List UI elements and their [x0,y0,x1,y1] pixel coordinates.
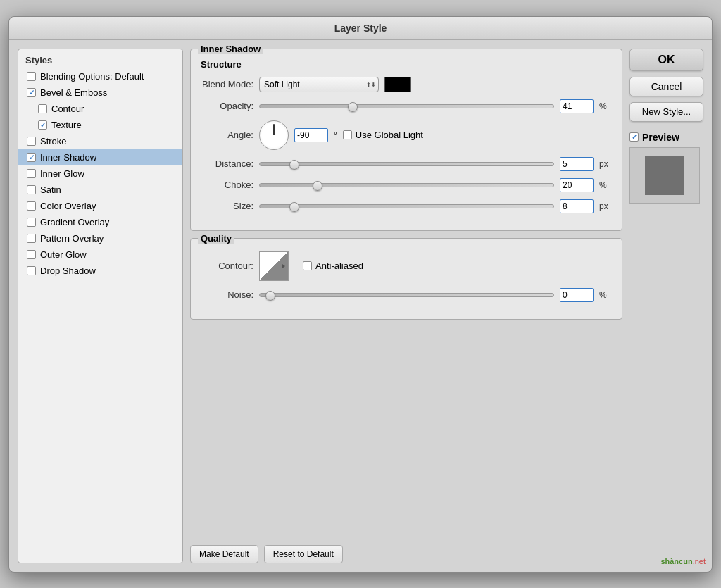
checkbox-inner-shadow[interactable] [27,153,36,162]
sidebar-label-inner-shadow: Inner Shadow [40,152,96,163]
anti-aliased-label: Anti-aliased [315,261,363,271]
blend-mode-select[interactable]: NormalDissolveDarkenMultiplyColor BurnLi… [259,77,379,92]
structure-label: Structure [201,59,612,70]
size-input[interactable] [560,199,594,213]
noise-label: Noise: [201,289,253,300]
checkbox-satin[interactable] [27,185,36,194]
angle-input[interactable] [294,128,328,142]
size-row: Size: px [201,199,612,213]
size-thumb[interactable] [289,202,299,212]
opacity-unit: % [599,101,612,111]
blend-color-swatch[interactable] [384,77,411,92]
sidebar-item-drop-shadow[interactable]: Drop Shadow [18,263,182,279]
distance-unit: px [599,159,612,169]
angle-dial[interactable] [259,120,289,150]
choke-input[interactable] [560,178,594,192]
contour-thumbnail[interactable] [259,251,289,281]
sidebar-item-gradient-overlay[interactable]: Gradient Overlay [18,214,182,230]
preview-label-row: Preview [629,132,703,143]
right-panel: OK Cancel New Style... Preview [629,49,703,563]
checkbox-blending-options[interactable] [27,72,36,81]
sidebar-item-blending-options[interactable]: Blending Options: Default [18,68,182,85]
sidebar-item-color-overlay[interactable]: Color Overlay [18,198,182,214]
angle-row: Angle: ° Use Global Light [201,120,612,150]
sidebar-item-bevel-emboss[interactable]: Bevel & Emboss [18,85,182,101]
sidebar-item-inner-glow[interactable]: Inner Glow [18,165,182,182]
sidebar-list: Blending Options: DefaultBevel & EmbossC… [18,68,182,279]
distance-slider[interactable] [259,158,554,170]
checkbox-drop-shadow[interactable] [27,266,36,275]
distance-input[interactable] [560,157,594,171]
checkbox-color-overlay[interactable] [27,201,36,211]
noise-thumb[interactable] [265,291,275,301]
choke-label: Choke: [201,180,253,190]
checkbox-inner-glow[interactable] [27,169,36,178]
choke-slider[interactable] [259,180,554,191]
sidebar-label-outer-glow: Outer Glow [40,249,87,260]
checkbox-texture[interactable] [38,120,47,130]
choke-row: Choke: % [201,178,612,192]
sidebar-item-stroke[interactable]: Stroke [18,133,182,149]
anti-aliased-checkbox[interactable] [303,261,312,270]
sidebar-label-stroke: Stroke [40,136,67,146]
checkbox-contour[interactable] [38,104,47,113]
opacity-input[interactable] [560,99,594,113]
watermark-part2: .net [693,557,706,565]
blend-mode-wrapper[interactable]: NormalDissolveDarkenMultiplyColor BurnLi… [259,77,379,92]
main-content: Inner Shadow Structure Blend Mode: Norma… [190,49,622,563]
make-default-button[interactable]: Make Default [190,545,258,563]
choke-thumb[interactable] [313,181,322,191]
sidebar-item-satin[interactable]: Satin [18,182,182,198]
checkbox-stroke[interactable] [27,137,36,146]
noise-track [259,293,554,297]
sidebar-label-texture: Texture [51,120,82,130]
size-label: Size: [201,201,253,211]
reset-to-default-button[interactable]: Reset to Default [264,545,343,563]
checkbox-outer-glow[interactable] [27,250,36,259]
inner-shadow-section: Inner Shadow Structure Blend Mode: Norma… [190,49,622,231]
sidebar-item-contour[interactable]: Contour [18,101,182,117]
new-style-button[interactable]: New Style... [629,102,703,122]
opacity-slider[interactable] [259,101,554,112]
size-track [259,204,554,208]
angle-controls: ° Use Global Light [259,120,423,150]
noise-row: Noise: % [201,288,612,302]
quality-label: Quality [198,233,234,244]
sidebar-label-contour: Contour [51,104,84,114]
checkbox-gradient-overlay[interactable] [27,218,36,227]
opacity-row: Opacity: % [201,99,612,113]
preview-section: Preview [629,132,703,204]
distance-track [259,162,554,166]
checkbox-pattern-overlay[interactable] [27,234,36,243]
cancel-button[interactable]: Cancel [629,77,703,96]
sidebar-item-pattern-overlay[interactable]: Pattern Overlay [18,230,182,246]
title-text: Layer Style [334,23,387,34]
sidebar-label-color-overlay: Color Overlay [40,201,96,211]
distance-thumb[interactable] [289,160,299,170]
watermark-part1: shàncun [660,557,692,565]
size-slider[interactable] [259,201,554,212]
ok-button[interactable]: OK [629,49,703,71]
sidebar-item-texture[interactable]: Texture [18,117,182,133]
noise-slider[interactable] [259,289,554,301]
contour-row: Contour: Anti-aliased [201,251,612,281]
noise-input[interactable] [560,288,594,302]
blend-mode-row: Blend Mode: NormalDissolveDarkenMultiply… [201,77,612,92]
choke-track [259,183,554,187]
sidebar-item-inner-shadow[interactable]: Inner Shadow [18,149,182,165]
quality-section: Quality Contour: Anti-aliased [190,238,622,320]
preview-checkbox[interactable] [629,132,639,142]
sidebar-label-inner-glow: Inner Glow [40,168,84,179]
contour-svg [261,254,287,279]
choke-unit: % [599,180,612,190]
checkbox-bevel-emboss[interactable] [27,88,36,97]
distance-row: Distance: px [201,157,612,171]
global-light-checkbox[interactable] [343,130,352,139]
sidebar-item-outer-glow[interactable]: Outer Glow [18,246,182,263]
bottom-buttons-row: Make Default Reset to Default [190,545,622,563]
anti-aliased-row: Anti-aliased [303,261,363,271]
opacity-thumb[interactable] [348,102,358,112]
angle-unit: ° [334,130,337,140]
svg-marker-0 [261,254,287,279]
size-unit: px [599,201,612,211]
